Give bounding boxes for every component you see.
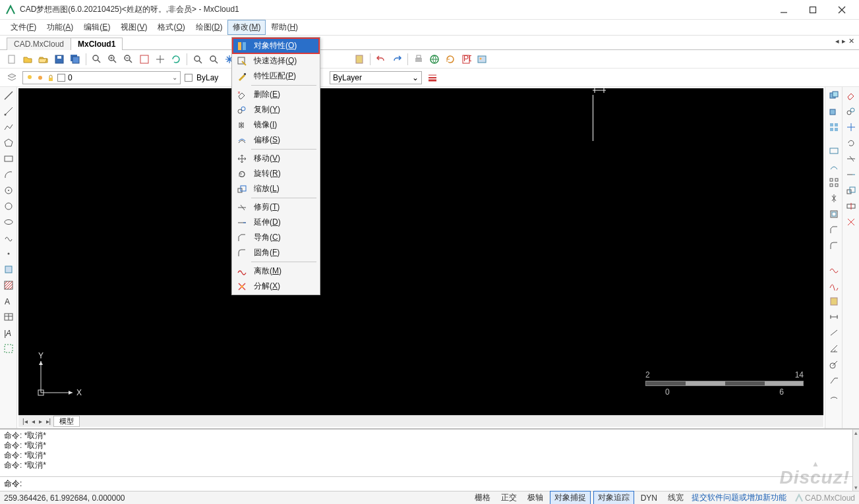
command-scrollbar[interactable] (852, 430, 859, 491)
layout-prev-icon[interactable]: ◂ (30, 418, 36, 425)
refresh-icon[interactable] (444, 53, 457, 66)
menu-item-trim[interactable]: 修剪(T) (233, 200, 319, 215)
menu-edit[interactable]: 编辑(E) (78, 20, 115, 35)
offset-tool-icon[interactable] (828, 208, 840, 220)
arc-icon[interactable] (3, 169, 15, 181)
rotate-tool-icon[interactable] (845, 137, 857, 149)
menu-item-rotate[interactable]: 旋转(R) (233, 166, 319, 181)
rect-tool-icon[interactable] (828, 145, 840, 157)
menu-item-quick-select[interactable]: 快速选择(Q) (233, 53, 319, 69)
maximize-button[interactable] (804, 3, 822, 16)
dim-angular-icon[interactable] (828, 343, 840, 354)
status-feedback-link[interactable]: 提交软件问题或增加新功能 (689, 492, 789, 503)
toggle-otrack[interactable]: 对象追踪 (593, 491, 634, 504)
circle-icon[interactable] (3, 200, 15, 212)
scale-tool-icon[interactable] (845, 184, 857, 196)
menu-item-properties[interactable]: 对象特性(O) (233, 38, 319, 53)
layout-last-icon[interactable]: ▸| (45, 418, 53, 425)
globe-icon[interactable] (428, 53, 441, 66)
layout-tab-model[interactable]: 模型 (53, 416, 80, 427)
tab-cad-mxcloud[interactable]: CAD.MxCloud (7, 38, 71, 50)
clipboard-icon[interactable] (828, 295, 840, 307)
menu-item-copy[interactable]: 复制(Y) (233, 102, 319, 117)
dim-radius-icon[interactable] (828, 358, 840, 370)
toggle-grid[interactable]: 栅格 (471, 491, 494, 504)
zoom-extents-icon[interactable] (138, 53, 151, 66)
block-icon[interactable] (3, 264, 15, 275)
color-button[interactable] (185, 74, 193, 82)
zoom-all-icon[interactable] (154, 53, 167, 66)
toggle-polar[interactable]: 极轴 (523, 491, 547, 504)
pdf-icon[interactable]: PDF (459, 53, 473, 66)
linetype-combo[interactable]: ByLayer ⌄ (330, 71, 422, 84)
zoom-prev-icon[interactable] (191, 53, 204, 66)
paste-icon[interactable] (353, 53, 366, 66)
close-button[interactable] (833, 3, 851, 16)
menu-item-extend[interactable]: 延伸(D) (233, 215, 319, 230)
break-tool-icon[interactable] (828, 264, 840, 275)
tabs-close-icon[interactable]: ✕ (848, 37, 855, 45)
tab-mxcloud1[interactable]: MxCloud1 (71, 38, 123, 50)
toggle-dyn[interactable]: DYN (637, 493, 661, 503)
ray-icon[interactable] (3, 105, 15, 117)
copy-tool-icon[interactable] (828, 90, 840, 101)
open-folder-icon[interactable] (37, 53, 50, 66)
revcloud-icon[interactable] (3, 232, 15, 244)
lineweight-icon[interactable] (426, 71, 439, 84)
menu-function[interactable]: 功能(A) (42, 20, 78, 35)
menu-item-fillet[interactable]: 圆角(F) (233, 245, 319, 260)
zoom-window-icon[interactable] (90, 53, 104, 66)
dim-arc-icon[interactable] (828, 390, 840, 402)
zoom-in-icon[interactable] (106, 53, 119, 66)
point-icon[interactable] (3, 248, 15, 260)
menu-modify[interactable]: 修改(M) (227, 20, 266, 35)
saveall-icon[interactable] (69, 53, 82, 66)
trim-tool-icon[interactable] (845, 153, 857, 165)
rectangle-icon[interactable] (3, 153, 15, 165)
region-icon[interactable] (3, 343, 15, 354)
minimize-button[interactable] (775, 3, 793, 16)
layout-next-icon[interactable]: ▸ (38, 418, 44, 425)
undo-icon[interactable] (374, 53, 388, 66)
open-icon[interactable] (21, 53, 34, 66)
save-icon[interactable] (53, 53, 66, 66)
menu-format[interactable]: 格式(O) (152, 20, 190, 35)
erase-tool-icon[interactable] (845, 90, 857, 101)
menu-item-move[interactable]: 移动(V) (233, 151, 319, 166)
hatch-icon[interactable] (3, 279, 15, 291)
toggle-lwt[interactable]: 线宽 (664, 491, 688, 504)
zoom-out-icon[interactable] (122, 53, 135, 66)
polyline-icon[interactable] (3, 121, 15, 133)
image-icon[interactable] (475, 53, 489, 66)
extend-tool-icon[interactable] (845, 169, 857, 181)
menu-item-break[interactable]: 离散(M) (233, 264, 319, 279)
zoom-real-icon[interactable] (207, 53, 220, 66)
command-input[interactable] (22, 480, 848, 489)
menu-item-mirror[interactable]: 镜像(I) (233, 117, 319, 132)
copy2-tool-icon[interactable] (845, 105, 857, 117)
ellipse-icon[interactable] (3, 216, 15, 228)
chamfer-tool-icon[interactable] (828, 224, 840, 236)
grid-icon[interactable] (828, 177, 840, 188)
leader-icon[interactable] (828, 374, 840, 386)
fillet-tool-icon[interactable] (828, 240, 840, 252)
move2-tool-icon[interactable] (845, 121, 857, 133)
menu-item-offset[interactable]: 偏移(S) (233, 132, 319, 148)
toggle-osnap[interactable]: 对象捕捉 (550, 491, 591, 504)
move-tool-icon[interactable] (828, 105, 840, 117)
menu-help[interactable]: 帮助(H) (266, 20, 303, 35)
redo-icon[interactable] (390, 53, 403, 66)
menu-view[interactable]: 视图(V) (115, 20, 152, 35)
layer-combo[interactable]: 0 ⌄ (22, 71, 181, 84)
regen-icon[interactable] (169, 53, 183, 66)
explode-tool-icon[interactable] (845, 216, 857, 228)
menu-item-chamfer[interactable]: 导角(C) (233, 230, 319, 245)
polygon-icon[interactable] (3, 137, 15, 149)
layer-manager-icon[interactable] (5, 71, 18, 84)
spline-icon[interactable] (3, 184, 15, 196)
dim-aligned-icon[interactable] (828, 327, 840, 339)
mirror-tool-icon[interactable] (828, 192, 840, 204)
drawing-canvas[interactable]: Y X 214 06 (18, 88, 823, 415)
layout-first-icon[interactable]: |◂ (21, 418, 29, 425)
tabs-scroll-left-icon[interactable]: ◂ (835, 37, 840, 45)
